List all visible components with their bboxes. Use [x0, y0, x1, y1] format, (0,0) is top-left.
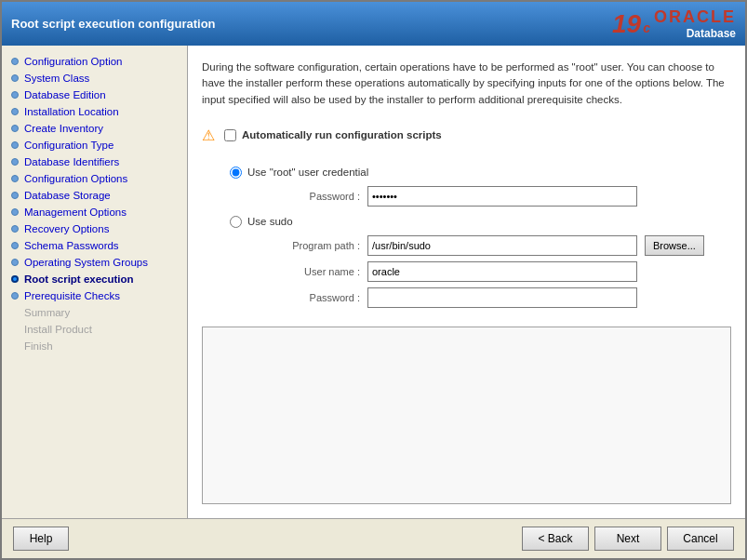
sudo-password-input[interactable]	[367, 287, 637, 308]
radio-sudo-label: Use sudo	[247, 216, 293, 227]
program-path-input[interactable]	[367, 235, 637, 256]
radio-option-sudo: Use sudo	[230, 216, 731, 228]
program-path-label: Program path :	[276, 240, 360, 251]
sudo-password-row: Password :	[276, 287, 731, 308]
sidebar-item-finish: Finish	[2, 338, 187, 354]
version-super: c	[643, 20, 650, 35]
main-panel: During the software configuration, certa…	[188, 46, 745, 518]
browse-button[interactable]: Browse...	[645, 235, 704, 256]
sidebar-label-finish: Finish	[24, 340, 53, 352]
nav-buttons: < Back Next Cancel	[522, 527, 734, 551]
sidebar-label-database-edition: Database Edition	[24, 89, 106, 100]
sidebar-label-configuration-option: Configuration Option	[24, 56, 122, 67]
root-password-row: Password :	[276, 186, 731, 207]
user-name-input[interactable]	[367, 261, 637, 282]
radio-root-label: Use "root" user credential	[247, 167, 368, 178]
sidebar-item-installation-location[interactable]: Installation Location	[2, 103, 187, 120]
sidebar-item-database-identifiers[interactable]: Database Identifiers	[2, 153, 187, 170]
sidebar-label-management-options: Management Options	[24, 207, 127, 218]
sidebar-item-prerequisite-checks[interactable]: Prerequisite Checks	[2, 287, 187, 304]
radio-option-root: Use "root" user credential	[230, 167, 731, 179]
warning-icon: ⚠	[202, 127, 215, 144]
sidebar-item-database-storage[interactable]: Database Storage	[2, 187, 187, 204]
auto-run-section: ⚠ Automatically run configuration script…	[202, 127, 731, 144]
sidebar-item-management-options[interactable]: Management Options	[2, 204, 187, 220]
version-number: 19	[612, 9, 641, 39]
user-name-label: User name :	[276, 266, 360, 277]
radio-group: Use "root" user credential Password : Us…	[230, 167, 731, 308]
window-title: Root script execution configuration	[11, 17, 216, 31]
log-area	[202, 327, 731, 504]
sidebar-label-root-script-execution: Root script execution	[24, 273, 134, 285]
sidebar-label-database-storage: Database Storage	[24, 190, 111, 201]
sidebar-item-operating-system-groups[interactable]: Operating System Groups	[2, 254, 187, 271]
sidebar-item-configuration-options[interactable]: Configuration Options	[2, 170, 187, 187]
bottom-bar: Help < Back Next Cancel	[2, 518, 745, 558]
sidebar-label-summary: Summary	[24, 307, 70, 318]
sidebar-item-create-inventory[interactable]: Create Inventory	[2, 120, 187, 137]
title-bar: Root script execution configuration 19 c…	[2, 2, 745, 46]
sidebar-label-database-identifiers: Database Identifiers	[24, 156, 119, 167]
sidebar-label-installation-location: Installation Location	[24, 106, 119, 117]
auto-run-label: Automatically run configuration scripts	[242, 129, 442, 140]
root-password-input[interactable]	[367, 186, 637, 207]
sudo-password-label: Password :	[276, 292, 360, 303]
sidebar-item-database-edition[interactable]: Database Edition	[2, 87, 187, 103]
sidebar-label-configuration-type: Configuration Type	[24, 140, 113, 151]
next-button[interactable]: Next	[594, 527, 661, 551]
sidebar-item-root-script-execution[interactable]: Root script execution	[2, 271, 187, 287]
radio-root[interactable]	[230, 167, 242, 179]
brand-name: ORACLE	[654, 7, 736, 27]
sidebar-item-schema-passwords[interactable]: Schema Passwords	[2, 237, 187, 254]
sidebar-item-summary: Summary	[2, 304, 187, 321]
sidebar-label-operating-system-groups: Operating System Groups	[24, 257, 148, 268]
auto-run-checkbox[interactable]	[224, 129, 236, 141]
product-name: Database	[687, 27, 736, 40]
password-label: Password :	[276, 191, 360, 202]
program-path-row: Program path : Browse...	[276, 235, 731, 256]
sidebar: Configuration OptionSystem ClassDatabase…	[2, 46, 188, 518]
sidebar-item-configuration-option[interactable]: Configuration Option	[2, 53, 187, 70]
sidebar-label-create-inventory: Create Inventory	[24, 123, 103, 134]
sidebar-label-schema-passwords: Schema Passwords	[24, 240, 119, 251]
sidebar-label-prerequisite-checks: Prerequisite Checks	[24, 290, 120, 301]
cancel-button[interactable]: Cancel	[667, 527, 734, 551]
main-window: Root script execution configuration 19 c…	[0, 0, 747, 560]
description-text: During the software configuration, certa…	[202, 60, 731, 108]
radio-sudo[interactable]	[230, 216, 242, 228]
back-button[interactable]: < Back	[522, 527, 589, 551]
sidebar-label-recovery-options: Recovery Options	[24, 223, 109, 234]
content-area: Configuration OptionSystem ClassDatabase…	[2, 46, 745, 518]
sidebar-item-configuration-type[interactable]: Configuration Type	[2, 137, 187, 153]
sidebar-item-system-class[interactable]: System Class	[2, 70, 187, 87]
sidebar-item-install-product: Install Product	[2, 321, 187, 338]
oracle-logo: 19 c ORACLE Database	[612, 7, 736, 40]
sidebar-label-system-class: System Class	[24, 73, 89, 84]
sidebar-label-configuration-options: Configuration Options	[24, 173, 127, 184]
sidebar-label-install-product: Install Product	[24, 324, 92, 335]
sidebar-item-recovery-options[interactable]: Recovery Options	[2, 220, 187, 237]
root-password-section: Password :	[276, 186, 731, 207]
help-button[interactable]: Help	[13, 527, 69, 551]
sudo-fields-section: Program path : Browse... User name : Pas…	[276, 235, 731, 308]
user-name-row: User name :	[276, 261, 731, 282]
